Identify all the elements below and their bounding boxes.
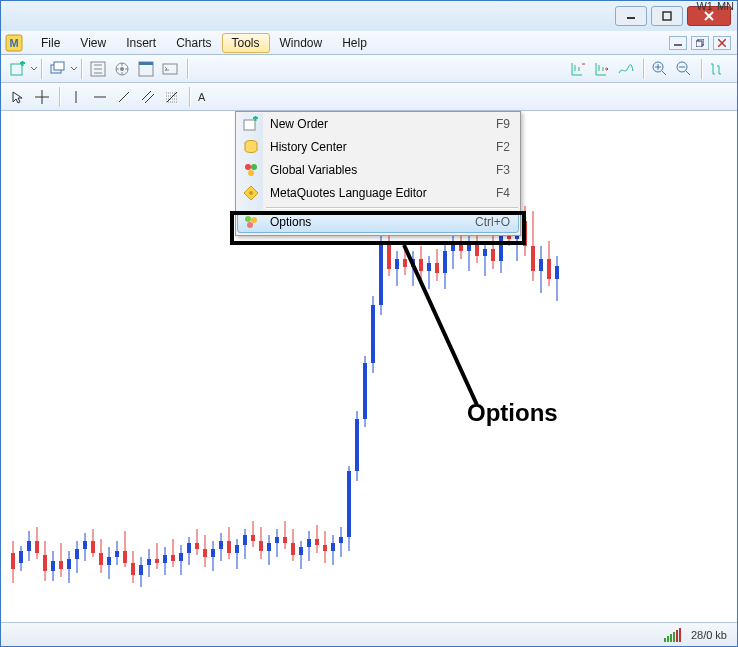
mdi-restore-button[interactable] (691, 36, 709, 50)
annotation-highlight-box (230, 211, 526, 245)
menu-item-mql-editor[interactable]: MetaQuotes Language Editor F4 (238, 182, 518, 204)
menu-view[interactable]: View (70, 33, 116, 53)
horizontal-line-button[interactable] (89, 86, 111, 108)
svg-point-165 (249, 191, 253, 195)
trendline-icon (117, 90, 131, 104)
maximize-button[interactable] (651, 6, 683, 26)
auto-scroll-icon (594, 61, 610, 77)
annotation-arrow (399, 245, 489, 415)
dropdown-arrow-icon[interactable] (31, 61, 37, 77)
text-label-button[interactable]: A (198, 91, 205, 103)
menu-charts[interactable]: Charts (166, 33, 221, 53)
crosshair-button[interactable] (31, 86, 53, 108)
chart-shift-icon (570, 61, 586, 77)
profiles-button[interactable] (47, 58, 69, 80)
timeframe-mn[interactable]: MN (717, 0, 734, 12)
svg-rect-73 (211, 549, 215, 557)
trendline-button[interactable] (113, 86, 135, 108)
svg-rect-103 (331, 543, 335, 551)
svg-rect-71 (203, 549, 207, 557)
svg-rect-13 (54, 62, 64, 70)
menu-item-new-order[interactable]: New Order F9 (238, 113, 518, 135)
new-chart-button[interactable] (7, 58, 29, 80)
menu-tools[interactable]: Tools (222, 33, 270, 53)
app-window: M File View Insert Charts Tools Window H… (0, 0, 738, 647)
fibonacci-button[interactable] (161, 86, 183, 108)
menu-file[interactable]: File (31, 33, 70, 53)
menu-item-global-variables[interactable]: Global Variables F3 (238, 159, 518, 181)
auto-scroll-button[interactable] (591, 58, 613, 80)
zoom-in-button[interactable] (649, 58, 671, 80)
svg-rect-25 (19, 551, 23, 563)
svg-point-163 (251, 164, 257, 170)
svg-rect-11 (11, 64, 22, 75)
terminal-button[interactable] (159, 58, 181, 80)
chart-type-button[interactable] (707, 58, 729, 80)
profiles-icon (50, 61, 66, 77)
svg-rect-91 (283, 537, 287, 543)
svg-rect-75 (219, 541, 223, 549)
dropdown-arrow-icon[interactable] (71, 61, 77, 77)
svg-rect-43 (91, 541, 95, 553)
navigator-button[interactable] (111, 58, 133, 80)
svg-rect-27 (27, 541, 31, 551)
channel-icon (141, 90, 155, 104)
fibonacci-icon (165, 90, 179, 104)
mdi-minimize-button[interactable] (669, 36, 687, 50)
minimize-icon (674, 39, 682, 47)
svg-rect-35 (59, 561, 63, 569)
vertical-line-icon (69, 90, 83, 104)
menu-window[interactable]: Window (270, 33, 333, 53)
menu-insert[interactable]: Insert (116, 33, 166, 53)
menu-item-shortcut: F4 (496, 186, 510, 200)
svg-rect-79 (235, 545, 239, 553)
svg-text:M: M (9, 37, 18, 49)
chart-area[interactable]: New Order F9 History Center F2 Global Va… (1, 111, 737, 622)
svg-rect-113 (371, 305, 375, 363)
svg-rect-41 (83, 541, 87, 549)
svg-rect-101 (323, 545, 327, 551)
window-titlebar (1, 1, 737, 31)
menu-item-history-center[interactable]: History Center F2 (238, 136, 518, 158)
indicators-button[interactable] (615, 58, 637, 80)
menu-item-label: Global Variables (270, 163, 496, 177)
mdi-close-button[interactable] (713, 36, 731, 50)
svg-rect-39 (75, 549, 79, 559)
svg-rect-107 (347, 471, 351, 537)
svg-rect-55 (139, 565, 143, 575)
svg-rect-89 (275, 537, 279, 543)
global-variables-icon (243, 162, 259, 178)
svg-point-164 (248, 170, 254, 176)
menubar: M File View Insert Charts Tools Window H… (1, 31, 737, 55)
horizontal-line-icon (93, 90, 107, 104)
svg-rect-51 (123, 551, 127, 563)
zoom-in-icon (652, 61, 668, 77)
svg-rect-29 (35, 541, 39, 553)
menu-item-shortcut: F9 (496, 117, 510, 131)
svg-rect-115 (379, 241, 383, 305)
svg-rect-97 (307, 539, 311, 547)
svg-rect-157 (547, 259, 551, 279)
zoom-out-button[interactable] (673, 58, 695, 80)
svg-rect-85 (259, 541, 263, 551)
minimize-button[interactable] (615, 6, 647, 26)
svg-rect-61 (163, 555, 167, 563)
cursor-button[interactable] (7, 86, 29, 108)
data-window-button[interactable] (135, 58, 157, 80)
svg-rect-160 (244, 120, 255, 130)
menu-help[interactable]: Help (332, 33, 377, 53)
market-watch-button[interactable] (87, 58, 109, 80)
svg-rect-83 (251, 535, 255, 541)
svg-line-169 (404, 245, 477, 405)
vertical-line-button[interactable] (65, 86, 87, 108)
chart-shift-button[interactable] (567, 58, 589, 80)
market-watch-icon (90, 61, 106, 77)
svg-rect-155 (539, 259, 543, 271)
svg-rect-1 (663, 12, 671, 20)
svg-rect-69 (195, 543, 199, 549)
timeframe-w1[interactable]: W1 (696, 0, 713, 12)
restore-icon (696, 39, 704, 47)
svg-rect-53 (131, 563, 135, 575)
svg-rect-31 (43, 555, 47, 571)
channel-button[interactable] (137, 86, 159, 108)
